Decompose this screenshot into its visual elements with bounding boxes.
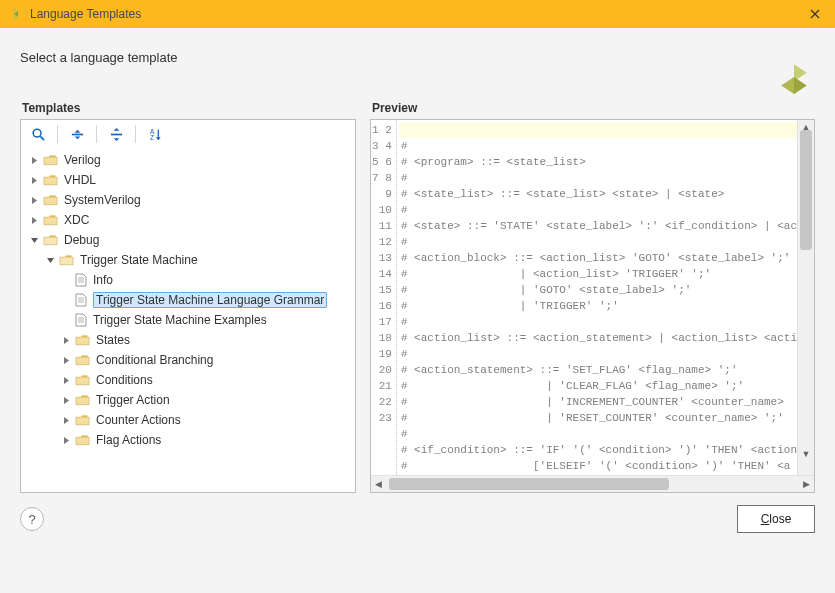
tree-item-vhdl[interactable]: VHDL	[25, 170, 351, 190]
tree-item-conditional-branching[interactable]: Conditional Branching	[25, 350, 351, 370]
expand-all-button[interactable]	[105, 123, 127, 145]
chevron-down-icon[interactable]	[43, 253, 57, 267]
document-icon	[75, 293, 87, 307]
templates-label: Templates	[22, 101, 356, 115]
code-line: # <if_condition> ::= 'IF' '(' <condition…	[399, 442, 797, 458]
folder-icon	[43, 214, 58, 226]
tree-item-xdc[interactable]: XDC	[25, 210, 351, 230]
window-close-button[interactable]	[795, 0, 835, 28]
code-line: # | <action_list> 'TRIGGER' ';'	[399, 266, 797, 282]
tree-item-grammar[interactable]: · Trigger State Machine Language Grammar	[25, 290, 351, 310]
tree-label: Trigger State Machine Examples	[93, 313, 267, 327]
templates-tree[interactable]: Verilog VHDL SystemVerilog XDC	[21, 148, 355, 492]
code-line: #	[399, 426, 797, 442]
svg-marker-23	[47, 258, 54, 263]
tree-label: Trigger State Machine	[80, 253, 198, 267]
chevron-right-icon[interactable]	[27, 193, 41, 207]
help-button[interactable]: ?	[20, 507, 44, 531]
tree-item-trigger-action[interactable]: Trigger Action	[25, 390, 351, 410]
code-line: # | 'TRIGGER' ';'	[399, 298, 797, 314]
chevron-right-icon[interactable]	[59, 353, 73, 367]
chevron-right-icon[interactable]	[59, 393, 73, 407]
tree-item-debug[interactable]: Debug	[25, 230, 351, 250]
horizontal-scrollbar[interactable]: ◀ ▶	[371, 475, 814, 492]
search-button[interactable]	[27, 123, 49, 145]
tree-item-examples[interactable]: · Trigger State Machine Examples	[25, 310, 351, 330]
close-button-underline: C	[761, 512, 770, 526]
folder-icon	[75, 434, 90, 446]
svg-marker-18	[32, 157, 37, 164]
folder-icon	[75, 354, 90, 366]
chevron-right-icon[interactable]	[59, 373, 73, 387]
svg-point-6	[33, 129, 41, 137]
tree-item-conditions[interactable]: Conditions	[25, 370, 351, 390]
preview-label: Preview	[372, 101, 815, 115]
vertical-scrollbar[interactable]: ▲ ▼	[797, 120, 814, 475]
tree-label: Trigger State Machine Language Grammar	[93, 292, 327, 308]
code-line: # <state_list> ::= <state_list> <state> …	[399, 186, 797, 202]
code-line: # ['ELSEIF' '(' <condition> ')' 'THEN' <…	[399, 458, 797, 474]
scroll-left-icon[interactable]: ◀	[371, 479, 387, 489]
tree-label: Counter Actions	[96, 413, 181, 427]
folder-icon	[43, 194, 58, 206]
chevron-right-icon[interactable]	[27, 153, 41, 167]
tree-item-verilog[interactable]: Verilog	[25, 150, 351, 170]
tree-label: Verilog	[64, 153, 101, 167]
tree-label: Conditions	[96, 373, 153, 387]
folder-icon	[43, 154, 58, 166]
code-view[interactable]: ## <program> ::= <state_list>## <state_l…	[397, 120, 797, 475]
templates-panel: AZ Verilog VHDL SystemVerilog	[20, 119, 356, 493]
svg-marker-10	[74, 136, 80, 139]
titlebar: Language Templates	[0, 0, 835, 28]
code-line: # <action_block> ::= <action_list> 'GOTO…	[399, 250, 797, 266]
scroll-right-icon[interactable]: ▶	[798, 479, 814, 489]
svg-marker-9	[74, 129, 80, 132]
code-line: # <action_statement> ::= 'SET_FLAG' <fla…	[399, 362, 797, 378]
svg-marker-13	[113, 138, 119, 141]
dialog-subtitle: Select a language template	[20, 50, 815, 65]
code-line	[399, 122, 797, 138]
tree-item-systemverilog[interactable]: SystemVerilog	[25, 190, 351, 210]
xilinx-logo-icon	[777, 62, 811, 96]
tree-item-flag-actions[interactable]: Flag Actions	[25, 430, 351, 450]
sort-button[interactable]: AZ	[144, 123, 166, 145]
document-icon	[75, 313, 87, 327]
chevron-right-icon[interactable]	[59, 413, 73, 427]
tree-item-tsm[interactable]: Trigger State Machine	[25, 250, 351, 270]
svg-text:Z: Z	[149, 134, 153, 141]
dialog-header: Select a language template	[0, 28, 835, 75]
document-icon	[75, 273, 87, 287]
svg-marker-21	[32, 217, 37, 224]
code-line: #	[399, 314, 797, 330]
code-line: #	[399, 346, 797, 362]
svg-marker-20	[32, 197, 37, 204]
chevron-right-icon[interactable]	[59, 433, 73, 447]
tree-label: Debug	[64, 233, 99, 247]
tree-item-states[interactable]: States	[25, 330, 351, 350]
collapse-all-button[interactable]	[66, 123, 88, 145]
scroll-down-icon[interactable]: ▼	[798, 447, 814, 461]
chevron-right-icon[interactable]	[27, 173, 41, 187]
tree-item-info[interactable]: · Info	[25, 270, 351, 290]
scroll-thumb[interactable]	[389, 478, 669, 490]
dialog-footer: ? Close	[0, 493, 835, 533]
scroll-thumb[interactable]	[800, 130, 812, 250]
code-line: #	[399, 170, 797, 186]
close-button[interactable]: Close	[737, 505, 815, 533]
code-line: # | 'CLEAR_FLAG' <flag_name> ';'	[399, 378, 797, 394]
chevron-right-icon[interactable]	[27, 213, 41, 227]
templates-toolbar: AZ	[21, 120, 355, 148]
chevron-right-icon[interactable]	[59, 333, 73, 347]
tree-item-counter-actions[interactable]: Counter Actions	[25, 410, 351, 430]
folder-icon	[75, 414, 90, 426]
code-gutter: 1 2 3 4 5 6 7 8 9 10 11 12 13 14 15 16 1…	[371, 120, 397, 475]
code-line: # <action_list> ::= <action_statement> |…	[399, 330, 797, 346]
tree-label: SystemVerilog	[64, 193, 141, 207]
chevron-down-icon[interactable]	[27, 233, 41, 247]
code-line: # <state> ::= 'STATE' <state_label> ':' …	[399, 218, 797, 234]
code-line: # <program> ::= <state_list>	[399, 154, 797, 170]
svg-marker-36	[64, 397, 69, 404]
folder-icon	[75, 374, 90, 386]
toolbar-separator	[57, 125, 58, 143]
tree-label: Flag Actions	[96, 433, 161, 447]
